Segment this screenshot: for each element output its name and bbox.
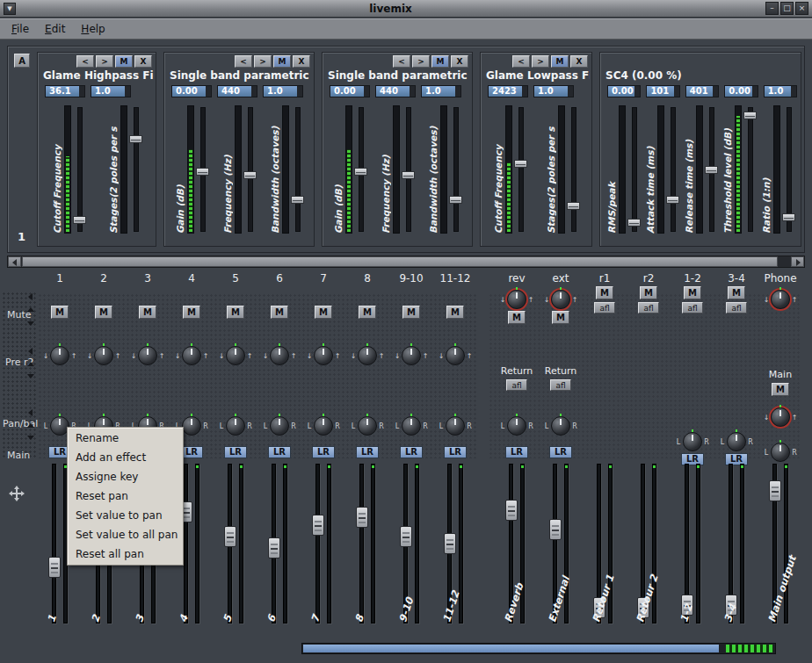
effect-value-box[interactable]: 0.00 [607,85,641,97]
effect-header-button[interactable]: < [76,55,94,68]
pre-send-knob[interactable] [270,346,289,365]
mute-button[interactable]: M [359,306,376,319]
mute-button[interactable]: M [227,306,244,319]
pre-send-knob[interactable] [358,346,377,365]
effect-value-box[interactable]: 0.00 [330,85,370,97]
effect-value-box[interactable]: 0.00 [171,85,212,97]
effect-value-box[interactable]: 1.0 [263,85,303,97]
pan-knob[interactable] [446,416,465,436]
effect-value-box[interactable]: 1.0 [91,85,131,97]
ext-level-knob[interactable] [551,290,570,309]
collapse-arrow-icon[interactable] [27,321,34,326]
bus-fader[interactable] [681,464,704,623]
effect-param-slider[interactable] [705,105,718,234]
effect-param-slider[interactable] [666,105,679,234]
pan-knob[interactable] [727,432,746,451]
lr-routing-button[interactable]: LR [224,446,247,458]
rack-scrollbar[interactable] [7,256,805,268]
slider-handle[interactable] [666,196,679,204]
channel-fader[interactable] [312,464,335,623]
afl-button[interactable]: afl [682,302,703,313]
fader-handle[interactable] [312,515,324,536]
fader-handle[interactable] [549,519,562,540]
effect-value-box[interactable]: 101 [646,85,679,97]
mute-button[interactable]: M [271,306,288,319]
mute-button[interactable]: M [640,286,657,299]
afl-button[interactable]: afl [594,302,615,313]
effect-param-slider[interactable] [567,105,580,234]
effect-param-slider[interactable] [196,105,209,234]
pan-knob[interactable] [507,416,526,436]
effect-value-box[interactable]: 36.1 [45,85,85,97]
pre-send-knob[interactable] [446,346,465,365]
minimize-button[interactable]: – [765,2,779,15]
effect-value-box[interactable]: 1.0 [764,85,797,97]
pre-send-knob[interactable] [50,346,69,365]
slider-handle[interactable] [627,219,641,227]
scroll-right-button[interactable] [791,256,804,267]
afl-button[interactable]: afl [726,302,747,313]
collapse-arrow-icon[interactable] [28,293,33,300]
mute-button[interactable]: M [684,286,701,299]
effect-param-slider[interactable] [743,105,757,234]
effect-header-button[interactable]: > [254,55,272,68]
effect-header-button[interactable]: M [551,55,569,68]
effect-value-box[interactable]: 2423 [488,85,528,97]
effect-param-slider[interactable] [627,105,641,234]
effect-header-button[interactable]: > [412,55,430,68]
fader-track[interactable] [315,464,320,623]
mute-button[interactable]: M [183,306,200,319]
channel-fader[interactable] [224,464,247,623]
collapse-arrow-icon[interactable] [27,307,34,312]
context-menu-item[interactable]: Add an effect [68,448,183,467]
mute-button[interactable]: M [596,286,613,299]
context-menu-item[interactable]: Reset pan [68,486,183,506]
effect-param-slider[interactable] [354,105,367,234]
lr-routing-button[interactable]: LR [444,446,467,458]
collapse-arrow-icon[interactable] [28,409,33,416]
channel-fader[interactable] [356,464,379,623]
slider-handle[interactable] [567,202,580,210]
slider-handle[interactable] [129,135,142,143]
pan-knob[interactable] [314,416,333,436]
scroll-left-button[interactable] [8,256,21,267]
effect-value-box[interactable]: 401 [685,85,719,97]
context-menu-item[interactable]: Set value to all pan [68,525,183,544]
effect-header-button[interactable]: > [96,55,113,68]
context-menu-item[interactable]: Set value to pan [68,506,183,525]
menu-item[interactable]: File [4,20,37,38]
effect-header-button[interactable]: M [431,55,449,68]
collapse-arrow-icon[interactable] [27,423,34,428]
menu-item[interactable]: Edit [37,20,73,38]
mute-button[interactable]: M [728,286,745,299]
mute-button[interactable]: M [402,306,420,319]
collapse-arrow-icon[interactable] [27,362,34,366]
mute-button[interactable]: M [95,306,112,319]
effect-param-slider[interactable] [129,105,142,234]
collapse-arrow-icon[interactable] [27,436,34,440]
fader-handle[interactable] [268,537,280,559]
context-menu-item[interactable]: Rename [68,429,183,448]
slider-handle[interactable] [243,171,257,179]
pre-send-knob[interactable] [402,346,421,365]
fader-handle[interactable] [356,507,368,528]
afl-button[interactable]: afl [550,379,571,391]
rev-level-knob[interactable] [507,290,526,309]
channel-fader[interactable] [268,464,291,623]
effect-param-slider[interactable] [402,105,415,234]
slider-handle[interactable] [514,160,527,168]
fader-handle[interactable] [505,500,518,521]
slider-handle[interactable] [402,171,415,179]
fader-track[interactable] [359,464,364,623]
bus-fader[interactable] [725,464,748,623]
lr-routing-button[interactable]: LR [268,446,291,458]
rack-select-button[interactable]: A [14,54,30,68]
lr-routing-button[interactable]: LR [549,446,572,458]
lr-routing-button[interactable]: LR [356,446,379,458]
lr-routing-button[interactable]: LR [400,446,423,458]
window-menu-icon[interactable]: ▼ [4,3,16,15]
effect-value-box[interactable]: 0.00 [724,85,758,97]
effect-header-button[interactable]: X [293,55,310,68]
effect-param-slider[interactable] [73,105,86,234]
collapse-arrow-icon[interactable] [27,374,34,378]
